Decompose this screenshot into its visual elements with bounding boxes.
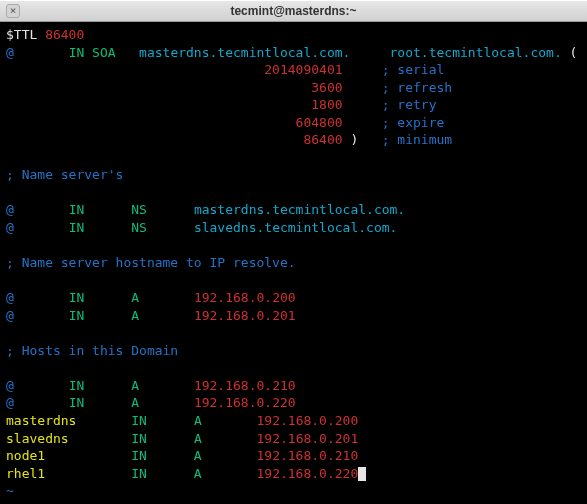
soa-origin: @	[6, 45, 14, 60]
ns-in-1: IN	[69, 220, 85, 235]
host-origin-0: @	[6, 378, 14, 393]
a-value-0: 192.168.0.200	[194, 290, 296, 305]
named-value-1: 192.168.0.201	[257, 431, 359, 446]
named-type-0: A	[194, 413, 202, 428]
window-title: tecmint@masterdns:~	[230, 4, 356, 18]
soa-mail: root.tecmintlocal.com.	[390, 45, 562, 60]
ns-type-1: NS	[131, 220, 147, 235]
host-value-1: 192.168.0.220	[194, 395, 296, 410]
paren-open: (	[570, 45, 578, 60]
a-value-1: 192.168.0.201	[194, 308, 296, 323]
soa-primary: masterdns.tecmintlocal.com.	[139, 45, 350, 60]
cursor	[358, 467, 366, 481]
named-in-3: IN	[131, 466, 147, 481]
named-in-2: IN	[131, 448, 147, 463]
comment-hosts: ; Hosts in this Domain	[6, 343, 178, 358]
soa-serial-comment: ; serial	[382, 62, 445, 77]
window-titlebar: × tecmint@masterdns:~	[0, 0, 587, 22]
host-in-0: IN	[69, 378, 85, 393]
soa-type: SOA	[92, 45, 115, 60]
named-value-3: 192.168.0.22	[256, 466, 350, 481]
host-type-0: A	[131, 378, 139, 393]
ns-in-0: IN	[69, 202, 85, 217]
ns-value-1: slavedns.tecmintlocal.com.	[194, 220, 398, 235]
named-value-0: 192.168.0.200	[257, 413, 359, 428]
a-in-0: IN	[69, 290, 85, 305]
ttl-value: 86400	[45, 27, 84, 42]
tilde-line: ~	[6, 483, 14, 498]
named-host-1: slavedns	[6, 431, 69, 446]
a-type-1: A	[131, 308, 139, 323]
named-in-1: IN	[131, 431, 147, 446]
ns-origin-0: @	[6, 202, 14, 217]
named-host-2: node1	[6, 448, 45, 463]
soa-refresh: 3600	[311, 80, 342, 95]
ns-origin-1: @	[6, 220, 14, 235]
soa-minimum: 86400	[303, 132, 342, 147]
soa-minimum-comment: ; minimum	[382, 132, 452, 147]
paren-close: )	[350, 132, 358, 147]
a-in-1: IN	[69, 308, 85, 323]
last-char: 0	[350, 466, 358, 481]
named-type-2: A	[194, 448, 202, 463]
host-in-1: IN	[69, 395, 85, 410]
named-type-3: A	[194, 466, 202, 481]
host-origin-1: @	[6, 395, 14, 410]
soa-serial: 2014090401	[264, 62, 342, 77]
a-origin-1: @	[6, 308, 14, 323]
terminal-content[interactable]: $TTL 86400 @ IN SOA masterdns.tecmintloc…	[0, 22, 587, 504]
soa-refresh-comment: ; refresh	[382, 80, 452, 95]
host-type-1: A	[131, 395, 139, 410]
a-type-0: A	[131, 290, 139, 305]
named-host-0: masterdns	[6, 413, 76, 428]
soa-retry: 1800	[311, 97, 342, 112]
soa-retry-comment: ; retry	[382, 97, 437, 112]
soa-expire-comment: ; expire	[382, 115, 445, 130]
soa-in: IN	[69, 45, 85, 60]
comment-ip-resolve: ; Name server hostname to IP resolve.	[6, 255, 296, 270]
ttl-directive: $TTL	[6, 27, 37, 42]
named-in-0: IN	[131, 413, 147, 428]
a-origin-0: @	[6, 290, 14, 305]
named-value-2: 192.168.0.210	[256, 448, 358, 463]
ns-type-0: NS	[131, 202, 147, 217]
soa-expire: 604800	[296, 115, 343, 130]
comment-nameservers: ; Name server's	[6, 167, 123, 182]
named-host-3: rhel1	[6, 466, 45, 481]
host-value-0: 192.168.0.210	[194, 378, 296, 393]
ns-value-0: masterdns.tecmintlocal.com.	[194, 202, 405, 217]
close-icon[interactable]: ×	[6, 4, 20, 18]
named-type-1: A	[194, 431, 202, 446]
